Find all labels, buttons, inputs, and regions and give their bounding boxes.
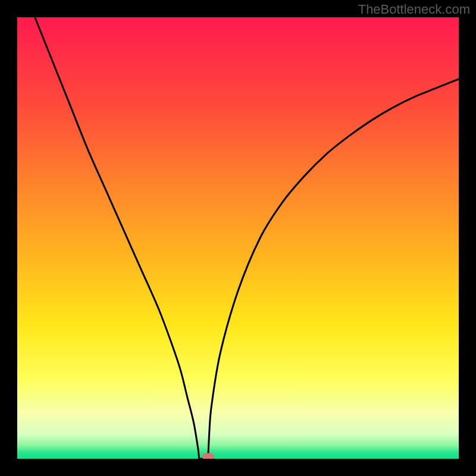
svg-rect-0 [17,17,459,459]
plot-area [17,17,459,459]
watermark-text: TheBottleneck.com [358,2,470,17]
background-gradient [17,17,459,459]
chart-frame: TheBottleneck.com [0,0,476,476]
optimal-point-marker [202,453,214,459]
